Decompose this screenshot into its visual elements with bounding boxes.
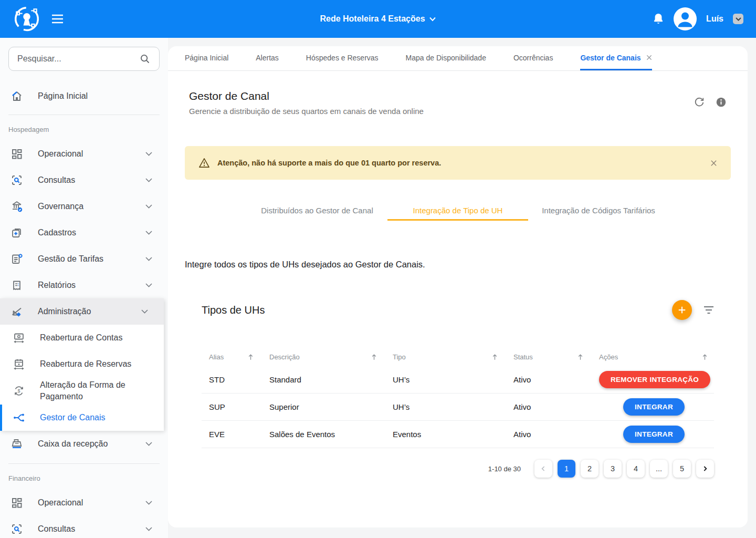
chevron-down-icon	[145, 501, 152, 505]
subtab-bar: Distribuídos ao Gestor de Canal Integraç…	[168, 202, 748, 221]
column-header-alias[interactable]: Alias	[209, 353, 269, 361]
user-menu-chevron-icon[interactable]	[733, 14, 743, 24]
column-label: Ações	[599, 353, 618, 361]
sidebar-item-gestor-de-canais[interactable]: Gestor de Canais	[0, 405, 164, 431]
sidebar-section-financeiro: Financeiro	[0, 470, 168, 490]
tab-label: Hóspedes e Reservas	[306, 54, 379, 62]
scan-search-icon	[10, 174, 23, 187]
sidebar-item-label: Governança	[38, 202, 83, 211]
column-header-status[interactable]: Status	[513, 353, 599, 361]
chevron-down-icon	[145, 257, 152, 261]
sidebar-item-label: Operacional	[38, 498, 83, 508]
integrate-button[interactable]: INTEGRAR	[623, 426, 685, 443]
chevron-down-icon	[429, 17, 436, 22]
cell-alias: EVE	[209, 430, 269, 439]
info-icon[interactable]	[716, 97, 727, 108]
top-bar: Rede Hoteleira 4 Estações Luís	[0, 0, 756, 38]
next-page-button[interactable]	[696, 460, 714, 478]
sort-up-icon[interactable]	[370, 353, 378, 361]
cell-alias: SUP	[209, 402, 269, 411]
column-header-descricao[interactable]: Descrição	[269, 353, 393, 361]
warning-icon	[198, 158, 210, 168]
sort-up-icon[interactable]	[491, 353, 499, 361]
sidebar-item-cadastros[interactable]: Cadastros	[0, 220, 168, 246]
tab-label: Gestor de Canais	[580, 54, 640, 62]
sort-up-icon[interactable]	[247, 353, 255, 361]
sidebar-item-reabertura-de-reservas[interactable]: Reabertura de Reservas	[0, 351, 164, 377]
page-button-ellipsis[interactable]: ...	[650, 460, 668, 478]
close-tab-icon[interactable]	[646, 55, 652, 60]
page-button-5[interactable]: 5	[673, 460, 691, 478]
sidebar-item-operacional[interactable]: Operacional	[0, 141, 168, 167]
hotel-selector-label: Rede Hoteleira 4 Estações	[320, 14, 425, 24]
cell-tipo: UH’s	[393, 375, 513, 384]
column-header-tipo[interactable]: Tipo	[393, 353, 513, 361]
notifications-bell-icon[interactable]	[653, 13, 664, 25]
hamburger-menu-icon[interactable]	[51, 14, 64, 24]
search-input[interactable]	[17, 54, 139, 64]
cell-status: Ativo	[513, 430, 599, 439]
cash-register-icon	[10, 438, 23, 450]
document-gear-icon	[10, 253, 23, 265]
svg-text:$: $	[17, 388, 20, 394]
tab-label: Mapa de Disponibilidade	[406, 54, 486, 62]
warning-message: Atenção, não há suporte a mais do que 01…	[217, 159, 441, 167]
avatar[interactable]	[674, 7, 697, 30]
subtab-distribuidos[interactable]: Distribuídos ao Gestor de Canal	[247, 202, 387, 221]
page-button-2[interactable]: 2	[581, 460, 598, 478]
page-header: Gestor de Canal Gerencie a distribuição …	[168, 71, 748, 116]
tab-ocorrencias[interactable]: Ocorrências	[513, 46, 553, 70]
column-label: Alias	[209, 353, 224, 361]
sort-up-icon[interactable]	[701, 353, 709, 361]
sidebar-item-financeiro-operacional[interactable]: Operacional	[0, 490, 168, 516]
prev-page-button[interactable]	[534, 460, 552, 478]
page-button-4[interactable]: 4	[627, 460, 645, 478]
sidebar-search[interactable]	[8, 47, 160, 71]
subtab-integracao-codigos[interactable]: Integração de Códigos Tarifários	[528, 202, 669, 221]
hotel-selector[interactable]: Rede Hoteleira 4 Estações	[320, 14, 436, 24]
sidebar-item-governanca[interactable]: Governança	[0, 193, 168, 220]
page-title: Gestor de Canal	[189, 90, 424, 102]
sidebar-item-consultas[interactable]: Consultas	[0, 167, 168, 193]
main-area: Página Inicial Alertas Hóspedes e Reserv…	[168, 38, 756, 538]
dashboard-icon	[10, 148, 23, 160]
pagination: 1-10 de 30 1 2 3 4 ... 5	[202, 460, 714, 478]
tab-mapa-de-disponibilidade[interactable]: Mapa de Disponibilidade	[406, 46, 486, 70]
sidebar-item-label: Página Inicial	[38, 91, 88, 101]
cell-status: Ativo	[513, 402, 599, 411]
subtab-label: Integração de Tipo de UH	[413, 206, 503, 215]
sidebar-item-financeiro-consultas[interactable]: Consultas	[0, 516, 168, 538]
filter-icon[interactable]	[704, 306, 714, 314]
column-header-acoes[interactable]: Ações	[599, 353, 714, 361]
page-button-3[interactable]: 3	[604, 460, 622, 478]
sidebar-item-relatorios[interactable]: Relatórios	[0, 272, 168, 298]
sidebar-item-alteracao-forma-pagamento[interactable]: $ Alteração da Forma de Pagamento	[0, 377, 164, 405]
sidebar-item-caixa-da-recepcao[interactable]: Caixa da recepção	[0, 431, 168, 457]
sidebar-item-label: Reabertura de Contas	[40, 332, 122, 344]
tab-gestor-de-canais[interactable]: Gestor de Canais	[580, 46, 652, 70]
column-label: Descrição	[269, 353, 300, 361]
tab-hospedes-e-reservas[interactable]: Hóspedes e Reservas	[306, 46, 379, 70]
channel-split-icon	[13, 411, 25, 424]
page-button-1[interactable]: 1	[558, 460, 575, 478]
cell-alias: STD	[209, 375, 269, 384]
sidebar: Página Inicial Hospedagem Operacional Co…	[0, 38, 168, 538]
add-button[interactable]	[672, 300, 692, 320]
close-alert-icon[interactable]	[710, 160, 717, 167]
divider	[8, 115, 160, 115]
search-icon[interactable]	[139, 53, 151, 65]
admin-group: Administração Reabertura de Contas Reabe…	[0, 298, 164, 431]
sidebar-item-administracao[interactable]: Administração	[0, 298, 164, 325]
banknote-arrows-icon	[13, 332, 25, 344]
sidebar-item-pagina-inicial[interactable]: Página Inicial	[0, 84, 168, 108]
remove-integration-button[interactable]: REMOVER INTEGRAÇÃO	[599, 371, 710, 388]
refresh-icon[interactable]	[694, 96, 705, 108]
sidebar-item-gestao-de-tarifas[interactable]: Gestão de Tarifas	[0, 246, 168, 272]
subtab-integracao-tipo-uh[interactable]: Integração de Tipo de UH	[387, 202, 528, 221]
sort-up-icon[interactable]	[576, 353, 584, 361]
tab-alertas[interactable]: Alertas	[256, 46, 279, 70]
sidebar-item-reabertura-de-contas[interactable]: Reabertura de Contas	[0, 325, 164, 351]
tab-label: Ocorrências	[513, 54, 553, 62]
integrate-button[interactable]: INTEGRAR	[623, 398, 685, 416]
tab-pagina-inicial[interactable]: Página Inicial	[185, 46, 228, 70]
